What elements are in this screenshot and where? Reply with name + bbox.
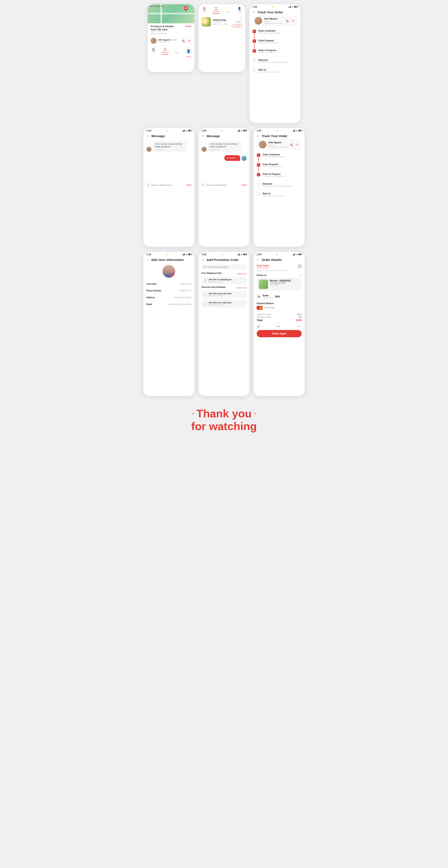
track-step-confirmed-1: Order Confirmed Your Order has been rece…: [252, 30, 297, 39]
rate-button[interactable]: Rate: [235, 20, 242, 24]
track-header-2: ← Track Your Order: [254, 132, 305, 139]
page-wrapper: unters Hall ublic Park Arriving in 8 min…: [139, 4, 309, 439]
msg-bubble-1: I'm on my way. Do you need any further a…: [153, 141, 187, 152]
order-failed-status: Order Failed: [257, 265, 269, 267]
nav-saved-hist[interactable]: ♡ Saved: [222, 7, 234, 14]
message-input-1[interactable]: [151, 184, 185, 186]
step-confirmed-2: Order Confirmed Your Order has been rece…: [257, 153, 302, 163]
sushi-name: Sushi: [263, 294, 273, 297]
track-msg-button-2[interactable]: ✉: [295, 142, 300, 147]
step-indicator-delivered-1: [252, 59, 256, 68]
map-area: unters Hall ublic Park: [148, 4, 194, 23]
promo-discount1-title: 20% OFF, min order $100: [209, 292, 232, 294]
call-driver-button[interactable]: 📞: [181, 38, 186, 43]
order-details-body: Order Failed See chat history 💬 Reasons:…: [254, 263, 305, 339]
deliver-info: Michael · 0356634221 123 Avenue Street A…: [270, 280, 291, 286]
track-call-button-1[interactable]: 📞: [285, 19, 290, 23]
status-signal-arrow-msg1: ⚡: [166, 129, 168, 132]
note-value: None: [297, 326, 302, 328]
message-driver-button[interactable]: ✉: [187, 38, 191, 43]
deliver-add-details[interactable]: Add details: [270, 284, 291, 286]
battery-icon-msg1: [188, 130, 191, 131]
thankyou-text-line1: Thank you: [197, 407, 251, 420]
promo-card-discount2-info: 20% OFF, min order $100 Expiring in 10 d…: [209, 302, 232, 306]
promo-show-more-discount[interactable]: Show more: [237, 287, 246, 289]
nav-home-hist[interactable]: 🏠 Home: [199, 7, 210, 14]
step-title-prepared-1: Order Prepared: [258, 39, 277, 42]
note-label: Note: [276, 326, 280, 328]
message-input-2[interactable]: [206, 184, 240, 186]
nav-home[interactable]: 🏠 Home: [148, 48, 159, 58]
step-sub-delivered-1: Wish you have an interesting experience: [258, 61, 289, 63]
step-line-4: [254, 63, 255, 68]
signal-icon-promo: [238, 253, 240, 255]
edit-title: Edit User Information: [151, 258, 184, 261]
nav-my-order[interactable]: 📋 My Order: [159, 48, 171, 58]
payment-title: Payment Method: [257, 302, 302, 305]
deliver-customer-name: Michael · 0356634221: [270, 280, 291, 282]
back-arrow-edit[interactable]: ←: [146, 258, 150, 261]
track-call-button-2[interactable]: 📞: [289, 142, 294, 147]
back-arrow-msg2[interactable]: ←: [202, 134, 205, 138]
status-bar-track1: 1:20 ⚡ ▲: [249, 4, 300, 8]
status-time-msg1: 1:20: [146, 129, 151, 132]
back-arrow-od[interactable]: ←: [257, 258, 260, 261]
msg-input-row-2: 🖼 Send: [199, 181, 249, 188]
dot-left: •: [192, 411, 194, 416]
address-label: Address: [146, 296, 155, 299]
promo-card-discount-1[interactable]: 🏷 20% OFF, min order $100 Expiring in 10…: [202, 291, 246, 298]
attachment-icon-2: 🖼: [202, 183, 205, 187]
collapse-icon[interactable]: ∧: [300, 274, 302, 277]
battery-icon: [294, 6, 297, 8]
attachment-icon-1: 🖼: [146, 183, 149, 187]
address-value: 189 Avenue Street: [174, 296, 191, 299]
promo-show-more-shipping[interactable]: Show more: [237, 273, 246, 275]
message-body-1: I'm on my way. Do you need any further a…: [143, 139, 194, 181]
nav-saved[interactable]: ♡ Saved: [171, 48, 183, 58]
wifi-icon-edit: ▲: [185, 253, 187, 255]
promo-discount2-sub: Expiring in 10 days: [209, 304, 232, 306]
track-msg-button-1[interactable]: ✉: [291, 19, 295, 23]
promo-phone: 1:20 ⚡ ▲ ← Add Promotion Code: [199, 252, 249, 396]
edit-header: ← Edit User Information: [143, 256, 194, 263]
track-step-progress-1: Order In Progress food is on the way you: [252, 49, 297, 59]
edit-avatar-badge[interactable]: ✎: [171, 274, 175, 278]
track-driver-avatar-2: [259, 141, 266, 148]
chat-history-link[interactable]: See chat history: [257, 267, 269, 269]
step-dot-rate-1: [252, 69, 256, 72]
nav-order-hist[interactable]: 📋 My Order: [210, 7, 222, 14]
chat-icon[interactable]: 💬: [298, 265, 302, 268]
nav-profile-hist[interactable]: 👤 Profile: [234, 7, 245, 14]
status-icons-track2: ▲: [293, 129, 302, 132]
back-arrow-promo[interactable]: ←: [202, 258, 205, 261]
order-item-name: Sweet Soup: [213, 19, 230, 21]
signal-icon-track2: [293, 129, 295, 132]
promo-search-bar[interactable]: 🔍: [202, 265, 246, 270]
back-arrow-track1[interactable]: ←: [252, 10, 256, 14]
send-button-2[interactable]: Send: [242, 184, 246, 186]
track-step-prepared-1: Order Prepared Order has been prepared: [252, 39, 297, 49]
subtotal-label: Subtotal (1 item): [257, 313, 271, 315]
track-driver-card-2: John Nguyen (Driver) Delivery Time: 10:4…: [257, 139, 302, 150]
track-driver-avatar-1: [255, 17, 262, 25]
order-icon-hist: 📋: [214, 7, 218, 10]
step-ind-delivered-2: [257, 183, 261, 192]
profile-icon-small: 👤: [186, 49, 191, 53]
back-arrow-msg1[interactable]: ←: [146, 134, 150, 138]
username-value: helloimmike: [180, 283, 191, 285]
reorder-button[interactable]: Re-order: [232, 24, 242, 28]
promo-card-shipping[interactable]: 🗑 30% OFF on shipping fee Expiring in 5 …: [202, 277, 246, 284]
step-ind-prepared-2: [257, 163, 261, 173]
status-signal-track1: ⚡: [271, 6, 274, 8]
send-button-1[interactable]: Send: [187, 184, 191, 186]
promo-card-discount-2[interactable]: 🏷 20% OFF, min order $100 Expiring in 10…: [202, 300, 246, 307]
step-dot-r2: [257, 192, 260, 196]
promo-section-shipping-row: Free Shipping Code Show more: [202, 272, 246, 276]
nav-profile-map[interactable]: 👤 Profile: [183, 48, 194, 58]
step-dot-prepared-1: [252, 39, 256, 43]
promo-code-input[interactable]: [207, 266, 244, 268]
step-indicator-prepared-1: [252, 39, 256, 49]
order-again-button[interactable]: Order Again: [257, 330, 302, 337]
status-bar-track2: 1:20 ⚡ ▲: [254, 128, 305, 132]
back-arrow-track2[interactable]: ←: [257, 134, 260, 138]
